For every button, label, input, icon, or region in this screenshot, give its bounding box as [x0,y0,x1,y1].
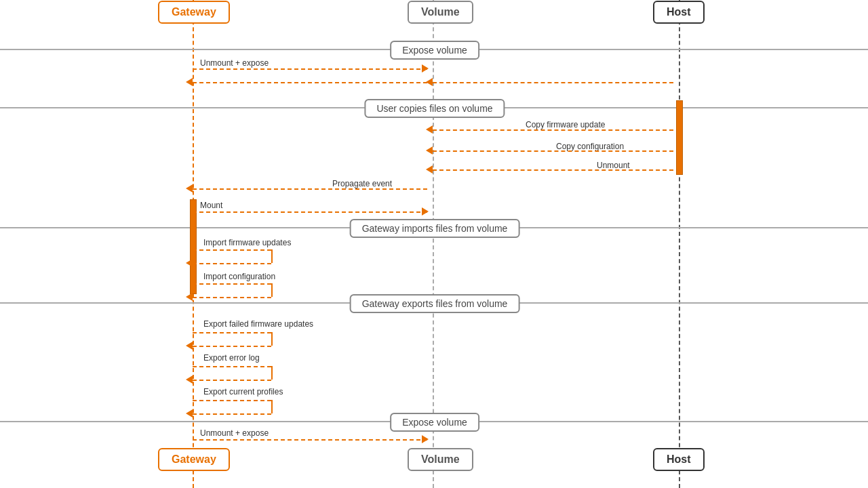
arrow-import-fw-top [193,249,271,251]
arrow-unmount [433,169,673,171]
arrowhead-export-failed [186,342,193,350]
arrowhead-copy-firmware [426,125,433,134]
arrow-export-profiles-bottom [193,413,271,415]
msg-label-import-fw: Import firmware updates [203,238,291,247]
arrow-respond1 [193,82,427,83]
actor-gateway-top: Gateway [158,1,230,24]
msg-label-unmount-expose2: Unmount + expose [200,428,269,438]
arrowhead-import-cfg [186,293,193,301]
section-label-user: User copies files on volume [364,99,505,118]
arrowhead-unmount [426,165,433,174]
arrowhead-propagate [186,184,193,192]
arrow-mount [193,211,427,213]
arrowhead-host-respond1 [426,78,433,86]
actor-volume-top: Volume [408,1,473,24]
msg-label-export-profiles: Export current profiles [203,387,283,396]
msg-label-export-error: Export error log [203,353,260,363]
arrow-export-failed-right [271,332,273,346]
arrow-export-failed-top [193,332,271,333]
arrow-propagate [193,188,427,190]
arrowhead-unmount-expose [422,64,429,73]
arrowhead-respond1 [186,78,193,86]
actor-host-top: Host [653,1,705,24]
arrow-export-error-bottom [193,380,271,381]
arrow-export-error-top [193,366,271,367]
msg-label-copy-firmware: Copy firmware update [526,120,605,129]
arrow-unmount-expose2 [193,439,427,441]
actor-gateway-bot: Gateway [158,448,230,471]
sequence-diagram: Gateway Volume Host Gateway Volume Host … [0,0,868,488]
msg-label-unmount-expose: Unmount + expose [200,58,269,68]
msg-label-copy-config: Copy configuration [556,142,624,151]
arrowhead-copy-config [426,146,433,155]
actor-host-bot: Host [653,448,705,471]
section-label-expose2: Expose volume [390,413,479,432]
arrow-import-cfg-top [193,283,271,285]
arrow-unmount-expose [193,68,427,70]
arrow-export-failed-bottom [193,346,271,347]
activation-host [676,100,683,175]
msg-label-unmount: Unmount [597,161,630,170]
arrow-copy-firmware [433,129,673,131]
msg-label-mount: Mount [200,201,222,210]
arrow-import-cfg-bottom [193,297,271,298]
arrowhead-export-profiles [186,409,193,418]
section-label-expose1: Expose volume [390,41,479,60]
lifeline-host [679,0,680,488]
arrowhead-import-fw [186,259,193,267]
actor-volume-bot: Volume [408,448,473,471]
activation-gateway-imports [190,199,197,294]
arrowhead-export-error [186,375,193,384]
msg-label-export-failed: Export failed firmware updates [203,319,313,329]
msg-label-import-cfg: Import configuration [203,272,275,281]
arrowhead-unmount-expose2 [422,435,429,443]
msg-label-propagate: Propagate event [332,179,392,188]
arrow-import-cfg-right [271,283,273,297]
arrow-import-fw-bottom [193,263,271,264]
section-label-exports: Gateway exports files from volume [350,294,520,313]
arrow-host-respond1 [433,82,673,83]
arrow-copy-config [433,150,673,152]
arrow-export-profiles-top [193,400,271,401]
arrow-export-profiles-right [271,400,273,413]
arrow-import-fw-right [271,249,273,263]
arrow-export-error-right [271,366,273,380]
arrowhead-mount [422,207,429,216]
section-label-imports: Gateway imports files from volume [350,219,520,238]
